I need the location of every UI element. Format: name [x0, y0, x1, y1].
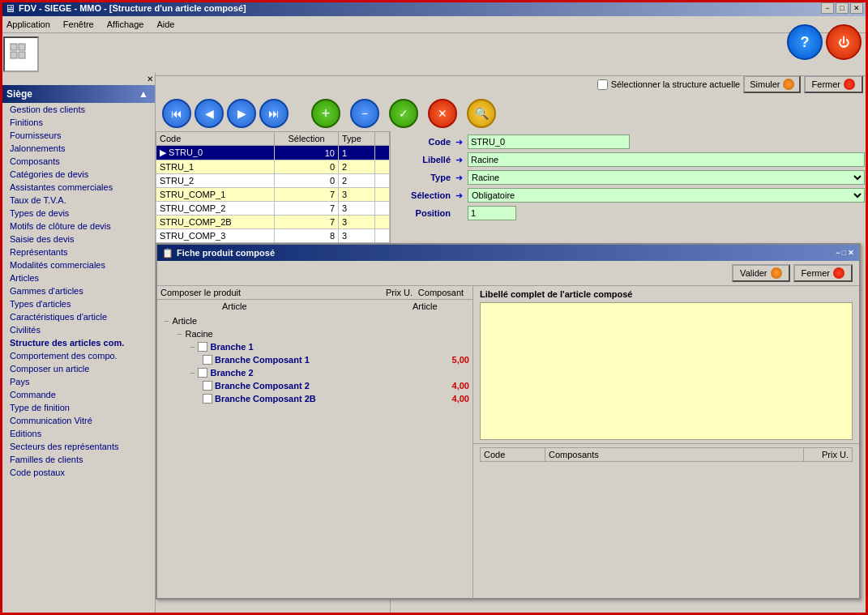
- minimize-button[interactable]: −: [821, 2, 834, 14]
- cell-code: STRU_1: [156, 160, 275, 174]
- sidebar-item-representants[interactable]: Représentants: [0, 246, 155, 258]
- fiche-window: 📋 Fiche produit composé − □ ✕ Valider: [156, 243, 861, 600]
- sidebar-close[interactable]: ✕: [147, 75, 153, 83]
- maximize-button[interactable]: □: [836, 2, 849, 14]
- sidebar-item-structure[interactable]: Structure des articles com.: [0, 336, 155, 349]
- window-title: FDV - SIEGE - MMO - [Structure d'un arti…: [19, 3, 246, 13]
- type-select[interactable]: Racine: [468, 170, 865, 185]
- branche1-checkbox[interactable]: [198, 342, 207, 352]
- sidebar-item-familles[interactable]: Familles de clients: [0, 453, 155, 466]
- libelle-complete-label: Libellé complet de l'article composé: [480, 289, 853, 299]
- cell-type: 1: [339, 146, 375, 160]
- nav-first-button[interactable]: ⏮: [162, 99, 191, 128]
- sidebar-item-saisie-devis[interactable]: Saisie des devis: [0, 233, 155, 246]
- sidebar-item-motifs[interactable]: Motifs de clôture de devis: [0, 220, 155, 233]
- table-row[interactable]: STRU_1 0 2: [156, 160, 390, 174]
- form-row-selection: Sélection ➜ Obligatoire: [394, 188, 865, 203]
- tree-header-composant: Composant: [413, 288, 469, 297]
- nav-remove-button[interactable]: −: [350, 99, 379, 128]
- cell-type: 2: [339, 174, 375, 188]
- fermer-button-structure[interactable]: Fermer: [804, 75, 863, 93]
- fermer-icon: [844, 79, 855, 90]
- menu-affichage[interactable]: Affichage: [100, 18, 151, 31]
- tree-item-racine[interactable]: − Racine: [160, 327, 469, 340]
- nav-confirm-button[interactable]: ✓: [389, 99, 418, 128]
- nav-next-button[interactable]: ▶: [227, 99, 256, 128]
- nav-add-button[interactable]: +: [311, 99, 340, 128]
- simuler-button[interactable]: Simuler: [743, 75, 800, 93]
- menu-aide[interactable]: Aide: [150, 18, 181, 31]
- tree-item-branche2[interactable]: − Branche 2: [160, 366, 469, 379]
- table-row[interactable]: ▶ STRU_0 10 1: [156, 146, 390, 160]
- composant2b-checkbox[interactable]: [203, 394, 212, 404]
- fiche-close[interactable]: ✕: [848, 249, 854, 257]
- sidebar-item-editions[interactable]: Editions: [0, 427, 155, 440]
- nav-last-button[interactable]: ⏭: [259, 99, 289, 128]
- fermer-button-fiche[interactable]: Fermer: [793, 264, 853, 282]
- tree-item-composant2b[interactable]: Branche Composant 2B 4,00: [160, 392, 469, 405]
- help-button[interactable]: ?: [787, 24, 823, 60]
- sidebar-item-types-articles[interactable]: Types d'articles: [0, 297, 155, 310]
- menu-application[interactable]: Application: [0, 18, 57, 31]
- sidebar-item-composants[interactable]: Composants: [0, 155, 155, 168]
- tree-item-article[interactable]: − Article: [160, 314, 469, 327]
- composant1-checkbox[interactable]: [203, 355, 212, 365]
- toolbar-icon-box: [3, 36, 39, 72]
- libelle-textarea[interactable]: [480, 302, 853, 440]
- sidebar-item-composer[interactable]: Composer un article: [0, 362, 155, 375]
- table-row[interactable]: STRU_COMP_2B 7 3: [156, 216, 390, 229]
- sidebar-item-tva[interactable]: Taux de T.V.A.: [0, 194, 155, 207]
- nav-prev-button[interactable]: ◀: [195, 99, 224, 128]
- libelle-input[interactable]: [468, 152, 865, 167]
- sidebar-item-finitions[interactable]: Finitions: [0, 116, 155, 129]
- tree-header-composer: Composer le produit: [160, 288, 356, 297]
- fiche-maximize[interactable]: □: [842, 249, 846, 257]
- selection-select[interactable]: Obligatoire: [468, 188, 865, 203]
- table-row[interactable]: STRU_2 0 2: [156, 174, 390, 188]
- cell-code: STRU_2: [156, 174, 275, 188]
- sidebar-item-jalonnements[interactable]: Jalonnements: [0, 142, 155, 155]
- tree-item-branche1[interactable]: − Branche 1: [160, 340, 469, 353]
- sidebar-item-caracteristiques[interactable]: Caractéristiques d'article: [0, 310, 155, 323]
- table-row[interactable]: STRU_COMP_3 8 3: [156, 229, 390, 243]
- form-row-libelle: Libellé ➜: [394, 152, 865, 167]
- tree-item-composant2[interactable]: Branche Composant 2 4,00: [160, 379, 469, 392]
- code-input[interactable]: [468, 135, 630, 149]
- sidebar-item-comportement[interactable]: Comportement des compo.: [0, 349, 155, 362]
- title-bar-buttons: − □ ✕: [821, 2, 863, 14]
- select-structure-checkbox[interactable]: [597, 79, 608, 90]
- sidebar-item-civilites[interactable]: Civilités: [0, 323, 155, 336]
- cell-type: 3: [339, 216, 375, 229]
- sidebar-item-code-postaux[interactable]: Code postaux: [0, 466, 155, 479]
- bottom-table: Code Composants Prix U.: [480, 447, 853, 462]
- selection-arrow: ➜: [455, 190, 463, 201]
- sidebar-item-commande[interactable]: Commande: [0, 388, 155, 401]
- close-button-title[interactable]: ✕: [850, 2, 863, 14]
- table-row[interactable]: STRU_COMP_1 7 3: [156, 188, 390, 202]
- sidebar-item-assistantes[interactable]: Assistantes commerciales: [0, 181, 155, 194]
- sidebar-item-pays[interactable]: Pays: [0, 375, 155, 388]
- sidebar-item-fournisseurs[interactable]: Fournisseurs: [0, 129, 155, 142]
- sidebar-item-communication[interactable]: Communication Vitré: [0, 414, 155, 427]
- nav-cancel-button[interactable]: ✕: [428, 99, 457, 128]
- grid-icon: [9, 42, 33, 66]
- table-row[interactable]: STRU_COMP_2 7 3: [156, 202, 390, 216]
- sidebar-item-articles[interactable]: Articles: [0, 271, 155, 284]
- sidebar-item-modalites[interactable]: Modalités commerciales: [0, 258, 155, 271]
- sidebar-collapse[interactable]: ▲: [139, 88, 148, 100]
- position-input[interactable]: [468, 206, 516, 220]
- sidebar-item-types-devis[interactable]: Types de devis: [0, 207, 155, 220]
- sidebar-item-type-finition[interactable]: Type de finition: [0, 401, 155, 414]
- sidebar-item-categories-devis[interactable]: Catégories de devis: [0, 168, 155, 181]
- sidebar-item-secteurs[interactable]: Secteurs des représentants: [0, 440, 155, 453]
- valider-button[interactable]: Valider: [732, 264, 789, 282]
- branche2-checkbox[interactable]: [198, 368, 207, 378]
- composant2-checkbox[interactable]: [203, 381, 212, 391]
- sidebar-item-gammes[interactable]: Gammes d'articles: [0, 284, 155, 297]
- nav-search-button[interactable]: 🔍: [467, 99, 496, 128]
- close-button-main[interactable]: ⏻: [826, 24, 862, 60]
- menu-fenetre[interactable]: Fenêtre: [57, 18, 100, 31]
- fiche-minimize[interactable]: −: [836, 249, 840, 257]
- tree-item-composant1[interactable]: Branche Composant 1 5,00: [160, 353, 469, 366]
- sidebar-item-gestion-clients[interactable]: Gestion des clients: [0, 103, 155, 116]
